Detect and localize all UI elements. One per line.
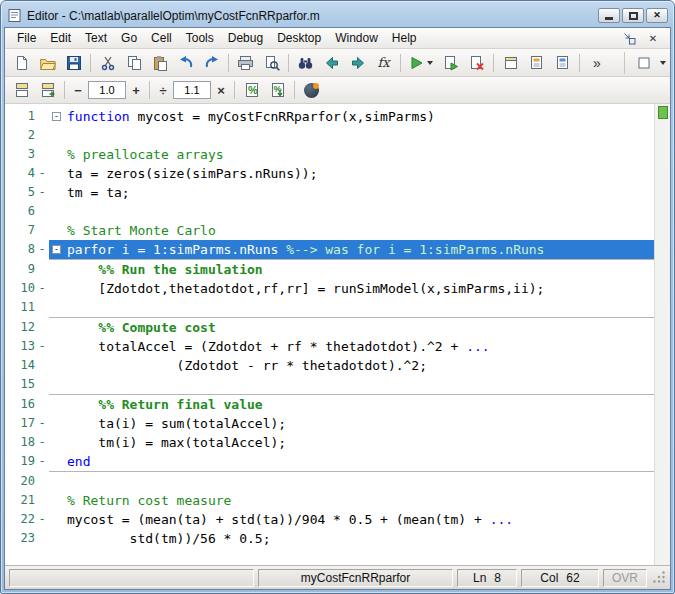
breakpoint-dash[interactable]: - <box>35 279 49 298</box>
code-line-19[interactable]: 19-end <box>5 452 654 471</box>
code-line-body[interactable]: %% Return final value <box>49 395 654 414</box>
breakpoint-dash[interactable]: - <box>35 433 49 452</box>
code-line-body[interactable]: % Start Monte Carlo <box>49 221 654 240</box>
go-back-button[interactable] <box>319 52 344 74</box>
code-editor[interactable]: 1-function mycost = myCostFcnRRparfor(x,… <box>5 104 654 565</box>
code-text[interactable]: % Start Monte Carlo <box>67 223 216 238</box>
insert-function-button[interactable]: fx <box>371 52 396 74</box>
breakpoint-dash[interactable] <box>35 395 49 414</box>
code-line-23[interactable]: 23 std(tm))/56 * 0.5; <box>5 529 654 548</box>
eval-cell-advance-button[interactable]: % <box>265 79 290 101</box>
breakpoint-dash[interactable]: - <box>35 452 49 471</box>
desktop-dock-dropdown-icon[interactable] <box>660 61 666 65</box>
code-line-body[interactable]: ta = zeros(size(simPars.nRuns)); <box>49 164 654 183</box>
code-line-body[interactable] <box>49 202 654 221</box>
insert-cell-plus-button[interactable] <box>35 79 60 101</box>
menu-item-tools[interactable]: Tools <box>179 29 221 47</box>
divide-button[interactable]: ÷ <box>154 80 172 100</box>
code-line-body[interactable]: totalAccel = (Zdotdot + rf * thetadotdot… <box>49 337 654 356</box>
code-line-6[interactable]: 6 <box>5 202 654 221</box>
code-line-body[interactable] <box>49 298 654 317</box>
redo-button[interactable] <box>199 52 224 74</box>
fold-marker-icon[interactable]: - <box>52 245 61 254</box>
print-button[interactable] <box>233 52 258 74</box>
close-pane-button[interactable]: ✕ <box>644 30 662 46</box>
breakpoint-dash[interactable] <box>35 491 49 510</box>
copy-button[interactable] <box>121 52 146 74</box>
code-line-body[interactable]: tm(i) = max(totalAccel); <box>49 433 654 452</box>
code-line-4[interactable]: 4-ta = zeros(size(simPars.nRuns)); <box>5 164 654 183</box>
code-line-2[interactable]: 2 <box>5 126 654 145</box>
run-button[interactable] <box>405 52 437 74</box>
code-line-body[interactable] <box>49 472 654 491</box>
code-line-body[interactable]: (Zdotdot - rr * thetadotdot).^2; <box>49 356 654 375</box>
resize-grip[interactable] <box>653 571 666 584</box>
insert-cell-button[interactable] <box>9 79 34 101</box>
close-button[interactable]: ✕ <box>646 8 668 23</box>
code-line-body[interactable]: mycost = (mean(ta) + std(ta))/904 * 0.5 … <box>49 510 654 529</box>
code-text[interactable]: %% Return final value <box>67 397 263 412</box>
code-line-12[interactable]: 12 %% Compute cost <box>5 318 654 337</box>
code-line-body[interactable]: -parfor i = 1:simParms.nRuns %--> was fo… <box>49 240 654 259</box>
go-forward-button[interactable] <box>345 52 370 74</box>
multiply-button[interactable]: × <box>212 80 230 100</box>
maximize-button[interactable] <box>622 8 644 23</box>
code-line-body[interactable] <box>49 375 654 394</box>
code-line-body[interactable]: end <box>49 452 654 471</box>
find-button[interactable] <box>293 52 318 74</box>
code-text[interactable]: %% Compute cost <box>67 320 216 335</box>
breakpoint-dash[interactable] <box>35 529 49 548</box>
code-line-body[interactable]: [Zdotdot,thetadotdot,rf,rr] = runSimMode… <box>49 279 654 298</box>
minimize-button[interactable] <box>598 8 620 23</box>
code-text[interactable]: tm = ta; <box>67 185 130 200</box>
code-text[interactable]: % Return cost measure <box>67 493 231 508</box>
status-overwrite-indicator[interactable]: OVR <box>603 569 647 587</box>
dock-button[interactable] <box>620 30 638 46</box>
code-line-3[interactable]: 3% preallocate arrays <box>5 145 654 164</box>
code-line-17[interactable]: 17- ta(i) = sum(totalAccel); <box>5 414 654 433</box>
code-line-18[interactable]: 18- tm(i) = max(totalAccel); <box>5 433 654 452</box>
title-bar[interactable]: Editor - C:\matlab\parallelOptim\myCostF… <box>4 4 671 27</box>
menu-item-text[interactable]: Text <box>78 29 114 47</box>
timer-info-button[interactable] <box>299 79 324 101</box>
breakpoint-dash[interactable] <box>35 318 49 337</box>
code-text[interactable]: end <box>67 454 90 469</box>
desktop-dock-button[interactable] <box>631 52 656 74</box>
insert-cell-divider-button[interactable] <box>498 52 523 74</box>
fold-marker-icon[interactable]: - <box>52 112 61 121</box>
eval-cell-button[interactable]: % <box>239 79 264 101</box>
menu-item-file[interactable]: File <box>10 29 43 47</box>
code-line-body[interactable]: ta(i) = sum(totalAccel); <box>49 414 654 433</box>
increment-button[interactable]: + <box>127 80 145 100</box>
breakpoint-dash[interactable] <box>35 221 49 240</box>
breakpoint-dash[interactable]: - <box>35 183 49 202</box>
code-text[interactable]: parfor i = 1:simParms.nRuns %--> was for… <box>67 242 544 257</box>
code-line-8[interactable]: 8--parfor i = 1:simParms.nRuns %--> was … <box>5 240 654 259</box>
menu-item-window[interactable]: Window <box>328 29 385 47</box>
print-preview-button[interactable] <box>259 52 284 74</box>
code-text[interactable]: totalAccel = (Zdotdot + rf * thetadotdot… <box>67 339 490 354</box>
code-line-body[interactable]: % preallocate arrays <box>49 145 654 164</box>
code-line-15[interactable]: 15 <box>5 375 654 394</box>
breakpoint-dash[interactable]: - <box>35 337 49 356</box>
code-line-body[interactable]: std(tm))/56 * 0.5; <box>49 529 654 548</box>
run-file-button[interactable] <box>438 52 463 74</box>
breakpoint-dash[interactable]: - <box>35 414 49 433</box>
code-line-5[interactable]: 5-tm = ta; <box>5 183 654 202</box>
menu-item-desktop[interactable]: Desktop <box>270 29 328 47</box>
breakpoint-dash[interactable] <box>35 145 49 164</box>
code-line-body[interactable]: -function mycost = myCostFcnRRparfor(x,s… <box>49 107 654 126</box>
breakpoint-dash[interactable] <box>35 356 49 375</box>
code-line-14[interactable]: 14 (Zdotdot - rr * thetadotdot).^2; <box>5 356 654 375</box>
new-file-button[interactable] <box>9 52 34 74</box>
menu-item-help[interactable]: Help <box>385 29 424 47</box>
breakpoint-dash[interactable]: - <box>35 164 49 183</box>
message-bar[interactable] <box>654 104 670 565</box>
publish-button[interactable] <box>524 52 549 74</box>
code-line-1[interactable]: 1-function mycost = myCostFcnRRparfor(x,… <box>5 107 654 126</box>
code-line-body[interactable]: %% Run the simulation <box>49 260 654 279</box>
breakpoint-dash[interactable]: - <box>35 510 49 529</box>
code-line-13[interactable]: 13- totalAccel = (Zdotdot + rf * thetado… <box>5 337 654 356</box>
save-button[interactable] <box>61 52 86 74</box>
code-text[interactable]: ta(i) = sum(totalAccel); <box>67 416 286 431</box>
